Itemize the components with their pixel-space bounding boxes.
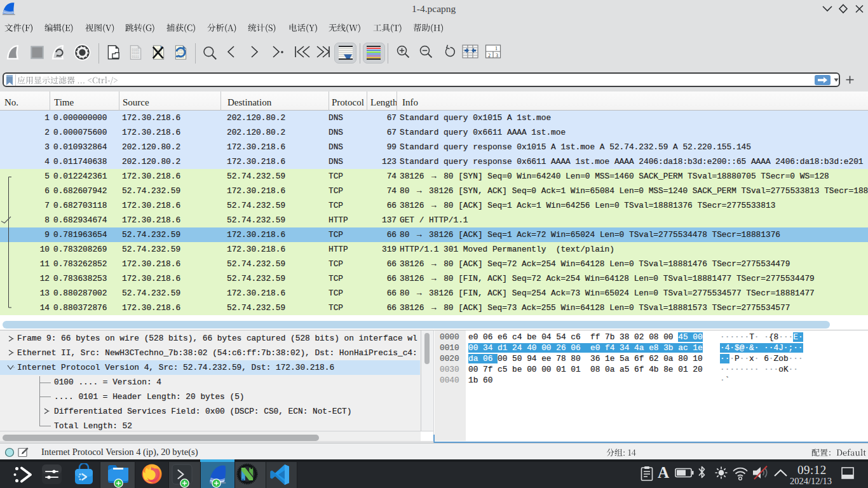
svg-text:2: 2: [488, 53, 491, 58]
svg-text:1: 1: [495, 46, 498, 51]
svg-text:0111: 0111: [132, 55, 140, 58]
svg-text:3: 3: [496, 53, 498, 58]
svg-text:0110: 0110: [132, 51, 140, 55]
svg-text:0110: 0110: [177, 51, 185, 55]
svg-text:0101: 0101: [132, 48, 140, 51]
